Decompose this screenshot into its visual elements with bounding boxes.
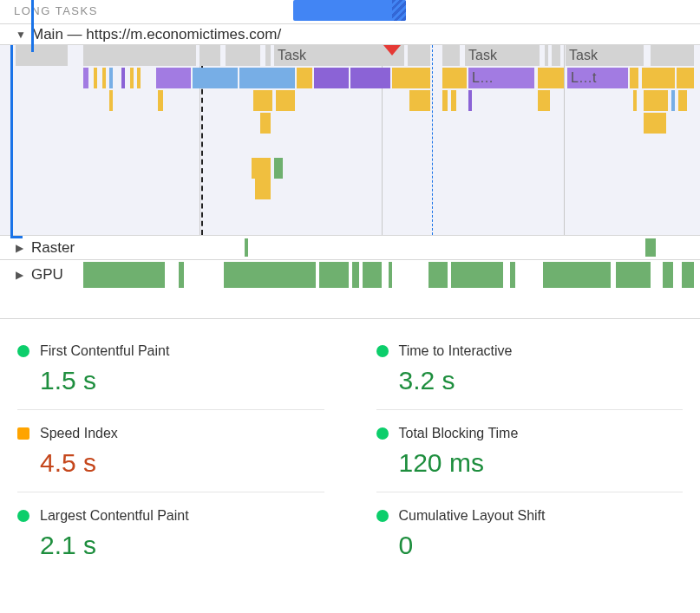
flame-chip[interactable] bbox=[252, 158, 271, 179]
flame-chip[interactable] bbox=[94, 68, 97, 88]
gpu-bar[interactable] bbox=[352, 262, 359, 288]
flame-chip[interactable] bbox=[671, 90, 675, 111]
status-dot-icon bbox=[17, 510, 29, 522]
metric-name: Cumulative Layout Shift bbox=[399, 508, 546, 524]
flame-chip[interactable] bbox=[451, 90, 456, 111]
flame-chip[interactable] bbox=[350, 68, 390, 88]
raster-bar[interactable] bbox=[645, 238, 656, 257]
flame-chart[interactable]: Task Task Task L… bbox=[0, 45, 700, 236]
metric-name: Speed Index bbox=[40, 426, 118, 441]
flame-chip[interactable] bbox=[314, 68, 349, 88]
metrics-panel: First Contentful Paint 1.5 s Time to Int… bbox=[0, 319, 700, 574]
flame-lane bbox=[0, 158, 700, 179]
warning-icon bbox=[383, 45, 401, 55]
gpu-bar[interactable] bbox=[224, 262, 316, 288]
flame-chip-l[interactable]: L…t bbox=[567, 68, 628, 88]
flame-chip[interactable] bbox=[552, 45, 560, 66]
flame-chip[interactable] bbox=[538, 90, 550, 111]
gpu-bar[interactable] bbox=[389, 262, 392, 288]
flame-chip[interactable] bbox=[255, 179, 271, 199]
metrics-grid: First Contentful Paint 1.5 s Time to Int… bbox=[0, 328, 700, 574]
flame-chip[interactable] bbox=[442, 90, 448, 111]
flame-chip[interactable] bbox=[468, 90, 472, 111]
flame-chip-l[interactable]: L… bbox=[468, 68, 534, 88]
flame-chip[interactable] bbox=[633, 90, 637, 111]
main-track-header[interactable]: ▼ Main — https://m.economictimes.com/ bbox=[0, 24, 700, 45]
flame-chip[interactable] bbox=[260, 113, 271, 134]
metric-lcp[interactable]: Largest Contentful Paint 2.1 s bbox=[17, 492, 324, 574]
flame-chip[interactable] bbox=[253, 90, 272, 111]
chevron-right-icon[interactable]: ▶ bbox=[16, 269, 26, 281]
flame-chip[interactable] bbox=[442, 68, 467, 88]
gpu-bar[interactable] bbox=[682, 262, 694, 288]
gpu-bar[interactable] bbox=[83, 262, 165, 288]
metric-tti[interactable]: Time to Interactive 3.2 s bbox=[376, 328, 684, 410]
gpu-bar[interactable] bbox=[510, 262, 515, 288]
metric-value: 1.5 s bbox=[17, 366, 324, 395]
flame-chip[interactable] bbox=[409, 90, 430, 111]
gpu-track[interactable]: ▶ GPU bbox=[0, 260, 700, 290]
flame-chip[interactable] bbox=[678, 90, 687, 111]
metric-fcp[interactable]: First Contentful Paint 1.5 s bbox=[17, 328, 324, 410]
timeline-marker bbox=[31, 0, 34, 52]
flame-chip[interactable] bbox=[651, 45, 694, 66]
flame-chip[interactable] bbox=[408, 45, 430, 66]
longtasks-label: LONG TASKS bbox=[14, 4, 98, 17]
flame-chip-task[interactable]: Task bbox=[566, 45, 644, 66]
chevron-down-icon[interactable]: ▼ bbox=[16, 29, 26, 41]
flame-chip[interactable] bbox=[83, 45, 196, 66]
flame-chip[interactable] bbox=[276, 90, 295, 111]
flame-chip[interactable] bbox=[109, 68, 113, 88]
flame-chip[interactable] bbox=[239, 68, 295, 88]
gpu-bar[interactable] bbox=[663, 262, 673, 288]
raster-bar[interactable] bbox=[245, 238, 248, 257]
gpu-bar[interactable] bbox=[363, 262, 382, 288]
metric-value: 0 bbox=[376, 531, 684, 560]
main-track: ▼ Main — https://m.economictimes.com/ Ta… bbox=[0, 24, 700, 319]
metric-value: 3.2 s bbox=[376, 366, 684, 395]
raster-bars bbox=[0, 238, 700, 257]
flame-chip[interactable] bbox=[677, 68, 694, 88]
flame-chip[interactable] bbox=[538, 68, 564, 88]
longtasks-row: LONG TASKS bbox=[0, 0, 700, 24]
flame-chip[interactable] bbox=[156, 68, 191, 88]
metric-cls[interactable]: Cumulative Layout Shift 0 bbox=[376, 492, 684, 574]
gpu-bar[interactable] bbox=[319, 262, 349, 288]
flame-chip[interactable] bbox=[121, 68, 125, 88]
gpu-bar[interactable] bbox=[179, 262, 184, 288]
flame-chip[interactable] bbox=[297, 68, 312, 88]
flame-chip[interactable] bbox=[442, 45, 460, 66]
gpu-bar[interactable] bbox=[429, 262, 448, 288]
flame-chip[interactable] bbox=[193, 68, 238, 88]
metric-value: 4.5 s bbox=[17, 448, 324, 478]
gpu-label: GPU bbox=[31, 266, 63, 284]
flame-chip[interactable] bbox=[265, 45, 271, 66]
flame-chip[interactable] bbox=[644, 90, 668, 111]
flame-chip[interactable] bbox=[83, 68, 88, 88]
flame-chip[interactable] bbox=[158, 90, 163, 111]
flame-chip[interactable] bbox=[642, 68, 675, 88]
flame-chip[interactable] bbox=[545, 45, 548, 66]
status-dot-icon bbox=[376, 427, 389, 440]
flame-chip[interactable] bbox=[130, 68, 134, 88]
flame-chip[interactable] bbox=[226, 45, 260, 66]
flame-chip[interactable] bbox=[200, 45, 220, 66]
flame-chip[interactable] bbox=[644, 113, 666, 134]
metric-si[interactable]: Speed Index 4.5 s bbox=[17, 410, 324, 492]
status-dot-icon bbox=[376, 345, 389, 357]
flame-chip[interactable] bbox=[109, 90, 113, 111]
flame-chip[interactable] bbox=[137, 68, 141, 88]
flame-chip[interactable] bbox=[392, 68, 430, 88]
raster-track[interactable]: ▶ Raster bbox=[0, 236, 700, 260]
gpu-bar[interactable] bbox=[616, 262, 651, 288]
flame-chip[interactable] bbox=[102, 68, 106, 88]
longtasks-bar[interactable] bbox=[293, 0, 406, 21]
gpu-bar[interactable] bbox=[451, 262, 503, 288]
gpu-bar[interactable] bbox=[543, 262, 611, 288]
flame-chip[interactable] bbox=[630, 68, 638, 88]
flame-chip-task[interactable]: Task bbox=[465, 45, 540, 66]
flame-chip[interactable] bbox=[16, 45, 68, 66]
metric-tbt[interactable]: Total Blocking Time 120 ms bbox=[376, 410, 684, 492]
chevron-right-icon[interactable]: ▶ bbox=[16, 242, 26, 254]
flame-chip[interactable] bbox=[274, 158, 283, 179]
